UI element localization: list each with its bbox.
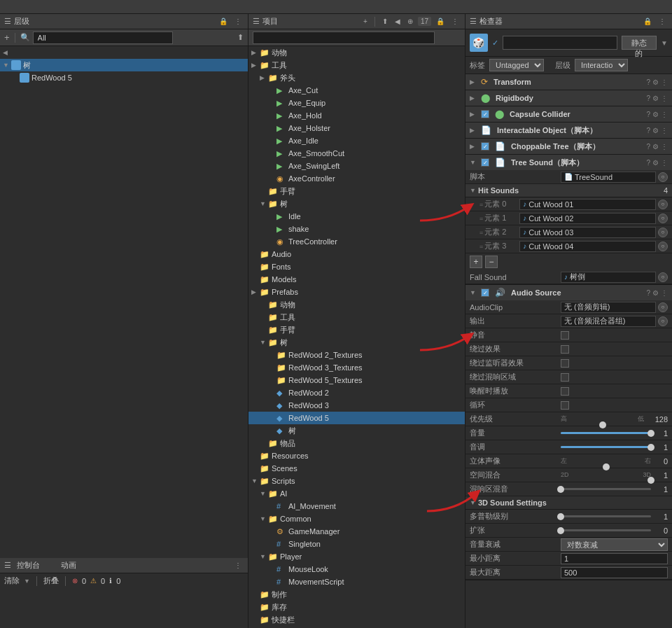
- script-circle-btn[interactable]: ○: [658, 172, 668, 182]
- min-distance-input[interactable]: [561, 553, 668, 564]
- tree-sound-more-icon[interactable]: ⋮: [661, 159, 668, 167]
- audio-source-settings-icon[interactable]: ⚙: [652, 289, 659, 297]
- fall-sound-circle[interactable]: ○: [658, 272, 668, 282]
- project-item[interactable]: 📁手臂: [248, 185, 465, 197]
- project-item[interactable]: ▶📁Prefabs: [248, 286, 465, 298]
- doppler-track[interactable]: [561, 515, 651, 517]
- project-item[interactable]: ▶shake: [248, 223, 465, 235]
- tree-sound-help-icon[interactable]: ?: [646, 159, 650, 167]
- hierarchy-add-btn[interactable]: +: [4, 32, 10, 43]
- spatial-thumb[interactable]: [648, 477, 654, 484]
- project-item[interactable]: ⚙GameManager: [248, 525, 465, 538]
- collider-more-icon[interactable]: ⋮: [661, 111, 668, 118]
- component-audio-source-header[interactable]: ▼ ✓ 🔊 Audio Source ? ⚙ ⋮: [465, 285, 672, 300]
- component-rigidbody-header[interactable]: ▶ ⬤ Rigidbody ? ⚙ ⋮: [465, 90, 672, 106]
- element-1-circle[interactable]: ○: [658, 214, 668, 223]
- project-item[interactable]: ▶Axe_SmoothCut: [248, 147, 465, 160]
- inspector-lock-icon[interactable]: 🔒: [641, 17, 654, 26]
- collider-settings-icon[interactable]: ⚙: [652, 111, 659, 118]
- bypass-listener-checkbox[interactable]: [561, 359, 569, 368]
- tree-sound-settings-icon[interactable]: ⚙: [652, 159, 659, 167]
- console-more-icon[interactable]: ⋮: [232, 561, 244, 570]
- project-item[interactable]: ▼📁Scripts: [248, 475, 465, 487]
- doppler-thumb[interactable]: [557, 513, 564, 520]
- loop-checkbox[interactable]: [561, 401, 569, 410]
- project-content[interactable]: ▶📁动物▶📁工具▶📁斧头 ▶Axe_Cut ▶Axe_Equip ▶Axe_Ho…: [248, 46, 465, 628]
- project-item[interactable]: 📁物品: [248, 437, 465, 449]
- transform-settings-icon[interactable]: ⚙: [652, 78, 659, 86]
- rigidbody-settings-icon[interactable]: ⚙: [652, 95, 659, 102]
- audioclip-circle[interactable]: ○: [658, 302, 668, 312]
- tree-expand-arrow[interactable]: ▼: [260, 515, 268, 522]
- element-0-audio-ref[interactable]: ♪ Cut Wood 01: [519, 199, 656, 210]
- component-interactable-header[interactable]: ▶ 📄 Interactable Object（脚本） ? ⚙ ⋮: [465, 123, 672, 138]
- choppable-check[interactable]: ✓: [481, 142, 489, 151]
- project-item[interactable]: ▶📁斧头: [248, 71, 465, 84]
- tree-expand-arrow[interactable]: ▼: [251, 477, 260, 484]
- audio-source-help-icon[interactable]: ?: [646, 289, 650, 297]
- mute-checkbox[interactable]: [561, 331, 569, 340]
- spread-track[interactable]: [561, 529, 651, 531]
- tree-expand-arrow[interactable]: ▼: [260, 553, 268, 560]
- project-item[interactable]: 📁快捷栏: [248, 613, 465, 626]
- console-clear-btn[interactable]: 清除: [4, 575, 20, 586]
- component-tree-sound-header[interactable]: ▼ ✓ 📄 Tree Sound（脚本） ? ⚙ ⋮: [465, 155, 672, 170]
- project-item[interactable]: ▼📁树: [248, 197, 465, 210]
- project-item[interactable]: 📁Resources: [248, 449, 465, 462]
- project-item[interactable]: ▶Idle: [248, 210, 465, 223]
- project-item[interactable]: ▼📁Common: [248, 512, 465, 525]
- project-item[interactable]: 📁Scenes: [248, 462, 465, 475]
- static-btn[interactable]: 静态的: [622, 36, 657, 50]
- element-2-audio-ref[interactable]: ♪ Cut Wood 03: [519, 227, 656, 238]
- drag-handle-0[interactable]: =: [479, 201, 483, 208]
- console-menu-icon[interactable]: ☰: [4, 561, 11, 570]
- collider-help-icon[interactable]: ?: [646, 111, 650, 118]
- animation-title[interactable]: 动画: [61, 560, 76, 571]
- element-0-circle[interactable]: ○: [658, 200, 668, 209]
- project-search-input[interactable]: [253, 32, 435, 44]
- console-arrow-down[interactable]: ▼: [24, 578, 30, 585]
- volume-rolloff-select[interactable]: 对数衰减: [561, 538, 668, 551]
- project-item[interactable]: 📁RedWood 2_Textures: [248, 349, 465, 361]
- tag-select[interactable]: Untagged: [489, 59, 544, 71]
- project-item[interactable]: 📁Audio: [248, 248, 465, 260]
- choppable-more-icon[interactable]: ⋮: [661, 143, 668, 151]
- project-menu-icon[interactable]: ☰: [253, 17, 260, 26]
- audioclip-ref[interactable]: 无 (音频剪辑): [561, 302, 656, 313]
- pitch-thumb[interactable]: [648, 444, 654, 451]
- tree-expand-arrow[interactable]: ▶: [251, 62, 260, 69]
- project-item[interactable]: ▼📁AI: [248, 487, 465, 500]
- component-transform-header[interactable]: ▶ ⟳ Transform ? ⚙ ⋮: [465, 74, 672, 90]
- transform-more-icon[interactable]: ⋮: [661, 78, 668, 86]
- project-item[interactable]: 📁Models: [248, 273, 465, 286]
- interactable-more-icon[interactable]: ⋮: [661, 127, 668, 134]
- play-awake-checkbox[interactable]: [561, 387, 569, 396]
- project-item[interactable]: #MouseLook: [248, 563, 465, 575]
- bypass-effects-checkbox[interactable]: [561, 345, 569, 354]
- object-name-input[interactable]: 树: [503, 36, 617, 50]
- project-item[interactable]: ▶Axe_Equip: [248, 97, 465, 109]
- drag-handle-3[interactable]: =: [479, 243, 483, 250]
- project-item[interactable]: #MovementScript: [248, 575, 465, 588]
- project-item[interactable]: ▼📁Player: [248, 550, 465, 563]
- spread-thumb[interactable]: [557, 527, 564, 534]
- project-item[interactable]: ▶Axe_Holster: [248, 122, 465, 134]
- project-item[interactable]: 📁手臂: [248, 323, 465, 336]
- bypass-reverb-checkbox[interactable]: [561, 373, 569, 382]
- project-item[interactable]: ▶Axe_Idle: [248, 134, 465, 147]
- array-remove-btn[interactable]: −: [485, 256, 498, 268]
- project-item[interactable]: 📁工具: [248, 311, 465, 323]
- hierarchy-item-redwood5[interactable]: RedWood 5: [0, 71, 248, 84]
- audio-source-check[interactable]: ✓: [481, 288, 489, 297]
- project-item[interactable]: 📁RedWood 5_Textures: [248, 374, 465, 386]
- max-distance-input[interactable]: [561, 567, 668, 578]
- project-item[interactable]: ▶Axe_Cut: [248, 84, 465, 97]
- volume-slider-track[interactable]: [561, 432, 651, 434]
- static-arrow[interactable]: ▼: [661, 39, 668, 47]
- audio-source-more-icon[interactable]: ⋮: [661, 289, 668, 297]
- hierarchy-menu-icon[interactable]: ☰: [4, 17, 11, 26]
- array-add-btn[interactable]: +: [470, 256, 482, 268]
- project-item[interactable]: ◉TreeController: [248, 235, 465, 248]
- output-ref[interactable]: 无 (音频混合器组): [561, 316, 656, 327]
- project-icon3[interactable]: ⊕: [405, 17, 415, 26]
